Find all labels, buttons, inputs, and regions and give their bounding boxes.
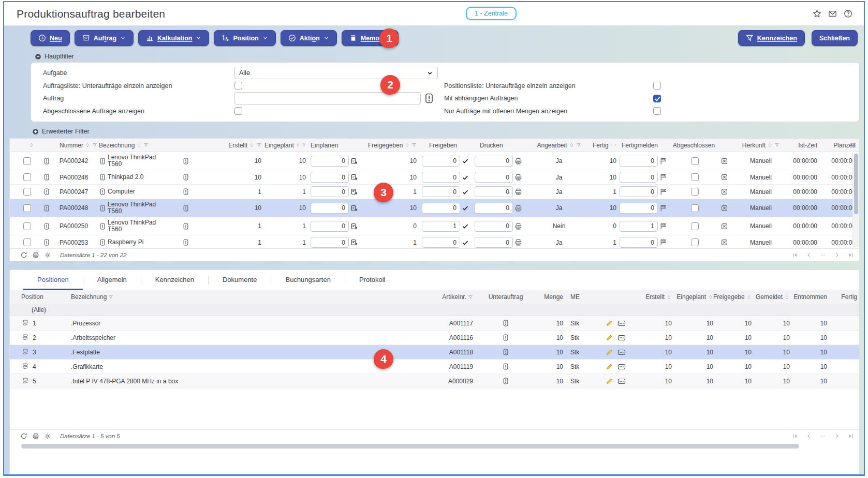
tab-kennzeichen[interactable]: Kennzeichen xyxy=(141,270,208,290)
refresh-icon[interactable] xyxy=(20,251,27,259)
column-header-Bezeichnung[interactable]: Bezeichnung xyxy=(98,139,165,152)
kennzeichen-button[interactable]: Kennzeichen xyxy=(738,30,805,46)
dotsbox-icon[interactable] xyxy=(617,334,626,341)
context-badge[interactable]: 1 - Zentrale xyxy=(466,7,517,20)
xsquare-icon[interactable] xyxy=(720,157,728,165)
alert-icon[interactable] xyxy=(43,188,50,196)
first-page-icon[interactable] xyxy=(792,433,798,439)
position-row[interactable]: 2.ArbeitsspeicherA00111610Stk1010101010 xyxy=(10,331,859,345)
toolbar-neu-button[interactable]: Neu xyxy=(31,30,70,46)
column-header-Eingeplant[interactable]: Eingeplant xyxy=(672,293,713,301)
toolbar-kalkulation-button[interactable]: Kalkulation xyxy=(138,30,209,46)
einplanen-input[interactable] xyxy=(311,203,349,214)
alert-icon[interactable] xyxy=(43,222,50,230)
column-header-Artikelnr.[interactable]: Artikelnr. xyxy=(410,293,477,301)
column-header-Bezeichnung[interactable]: Bezeichnung xyxy=(62,293,410,301)
xsquare-icon[interactable] xyxy=(720,238,728,246)
print-icon[interactable] xyxy=(32,432,39,440)
xsquare-icon[interactable] xyxy=(720,173,728,181)
print-icon[interactable] xyxy=(32,251,39,259)
help-icon[interactable] xyxy=(844,9,852,18)
einplanen-input[interactable] xyxy=(311,237,349,248)
alert-icon[interactable] xyxy=(502,377,509,385)
pencil-icon[interactable] xyxy=(606,319,613,327)
offene-checkbox[interactable] xyxy=(653,107,661,115)
einplanen-input[interactable] xyxy=(311,221,349,232)
dotsbox-icon[interactable] xyxy=(617,320,626,327)
orders-vertical-scrollbar[interactable] xyxy=(852,153,859,247)
column-header-Erstellt[interactable]: Erstellt xyxy=(639,293,672,301)
order-row[interactable]: PA000253Raspberry Pi111Ja1Manuell00:00:0… xyxy=(10,235,859,248)
alert-icon[interactable] xyxy=(502,319,509,327)
xsquare-icon[interactable] xyxy=(720,188,728,196)
abgeschlossen-checkbox[interactable] xyxy=(691,188,699,196)
gear-icon[interactable] xyxy=(44,432,51,440)
fertigmelden-input[interactable] xyxy=(620,203,658,214)
positions-group-row[interactable]: (Alle) xyxy=(10,304,859,316)
pencil-icon[interactable] xyxy=(606,363,613,370)
freigeben-input[interactable] xyxy=(422,172,460,183)
column-header-Fertig[interactable]: Fertig xyxy=(593,139,617,152)
toolbar-position-button[interactable]: Position xyxy=(214,30,275,46)
freigeben-input[interactable] xyxy=(422,156,460,167)
next-page-icon[interactable] xyxy=(834,433,840,439)
next-page-icon[interactable] xyxy=(834,252,840,258)
freigeben-input[interactable] xyxy=(422,237,460,248)
column-header-Freigegeben[interactable]: Freigegeben xyxy=(368,139,420,152)
tab-buchungsarten[interactable]: Buchungsarten xyxy=(271,270,344,290)
column-header-Gemeldet[interactable]: Gemeldet xyxy=(752,293,790,301)
fertigmelden-input[interactable] xyxy=(620,237,658,248)
refresh-icon[interactable] xyxy=(20,432,27,440)
column-header-Angearbeit[interactable]: Angearbeit xyxy=(525,139,593,152)
schliessen-button[interactable]: Schließen xyxy=(812,30,858,46)
alert-icon[interactable] xyxy=(43,238,50,246)
abgeschlossen-checkbox[interactable] xyxy=(691,157,699,165)
alert-icon[interactable] xyxy=(43,173,50,181)
column-header-0[interactable] xyxy=(10,139,43,152)
fertigmelden-input[interactable] xyxy=(620,186,658,197)
row-select-checkbox[interactable] xyxy=(23,173,31,181)
column-header-Nummer[interactable]: Nummer xyxy=(60,139,98,152)
hauptfilter-section-toggle[interactable]: Hauptfilter xyxy=(9,51,860,62)
tab-dokumente[interactable]: Dokumente xyxy=(209,270,271,290)
position-row[interactable]: 5.Intel P IV 478-PGA 2800 MHz in a boxA0… xyxy=(10,374,859,389)
row-select-checkbox[interactable] xyxy=(23,238,31,246)
row-select-checkbox[interactable] xyxy=(23,222,31,230)
fertigmelden-input[interactable] xyxy=(620,156,658,167)
row-select-checkbox[interactable] xyxy=(23,204,31,212)
column-header-Eingeplant[interactable]: Eingeplant xyxy=(264,139,309,152)
tab-protokoll[interactable]: Protokoll xyxy=(345,270,400,290)
xsquare-icon[interactable] xyxy=(720,204,728,212)
position-row[interactable]: 1.ProzessorA00111710Stk1010101010 xyxy=(10,316,859,331)
toolbar-auftrag-button[interactable]: Auftrag xyxy=(75,30,134,46)
einplanen-input[interactable] xyxy=(311,186,349,197)
favorite-star-icon[interactable] xyxy=(813,9,821,18)
erweiterter-filter-toggle[interactable]: Erweiterter Filter xyxy=(9,125,860,138)
column-header-Herkunft[interactable]: Herkunft xyxy=(737,139,785,152)
auftragsliste-checkbox[interactable] xyxy=(234,82,242,89)
tab-allgemein[interactable]: Allgemein xyxy=(83,270,141,290)
einplanen-input[interactable] xyxy=(311,172,349,183)
more-pages-icon[interactable] xyxy=(820,433,826,439)
dotsbox-icon[interactable] xyxy=(617,378,626,385)
drucken-input[interactable] xyxy=(475,186,513,197)
einplanen-input[interactable] xyxy=(311,156,349,167)
column-header-Erstellt[interactable]: Erstellt xyxy=(207,139,264,152)
order-row[interactable]: PA000242Lenovo ThinkPad T560101010Ja10Ma… xyxy=(10,152,859,170)
drucken-input[interactable] xyxy=(475,221,513,232)
column-header-Abgeschlossen[interactable]: Abgeschlossen xyxy=(678,139,712,152)
last-page-icon[interactable] xyxy=(848,252,854,258)
gear-icon[interactable] xyxy=(44,251,51,259)
abhaengig-checkbox[interactable] xyxy=(653,95,661,102)
dotsbox-icon[interactable] xyxy=(617,363,626,370)
abgeschlossen-checkbox[interactable] xyxy=(691,173,699,181)
alert-icon[interactable] xyxy=(43,157,50,165)
freigeben-input[interactable] xyxy=(422,186,460,197)
aufgabe-select[interactable]: Alle xyxy=(234,67,438,79)
dotsbox-icon[interactable] xyxy=(617,349,626,356)
pencil-icon[interactable] xyxy=(606,334,613,341)
positions-horizontal-scrollbar[interactable] xyxy=(21,444,799,449)
menu-icon[interactable] xyxy=(849,142,857,149)
abgeschlossene-checkbox[interactable] xyxy=(234,107,242,115)
pencil-icon[interactable] xyxy=(606,348,613,356)
